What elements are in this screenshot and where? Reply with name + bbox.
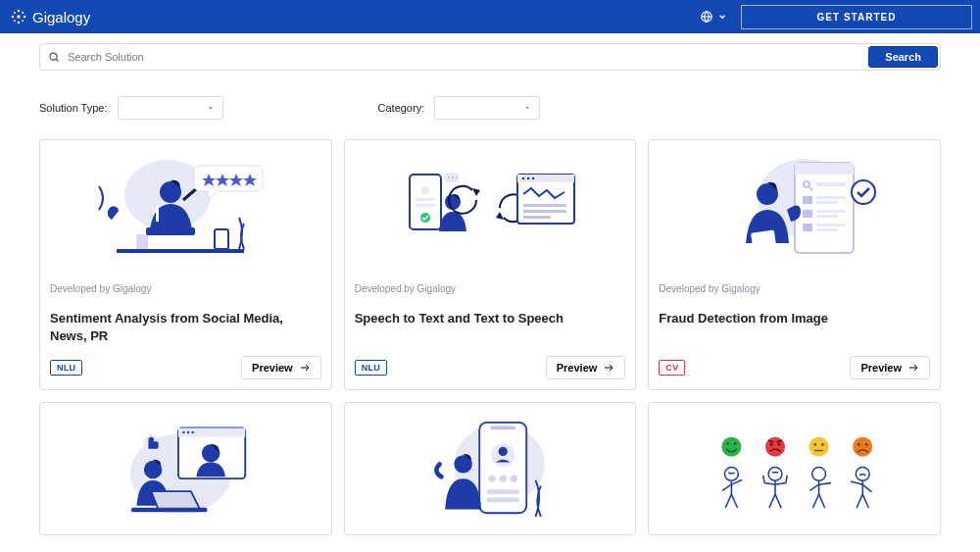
- card-illustration-emotion-faces: [649, 403, 940, 534]
- search-icon: [40, 44, 68, 70]
- svg-rect-15: [215, 229, 228, 249]
- brand[interactable]: Gigalogy: [10, 8, 90, 25]
- solutions-grid: Developed by Gigalogy Sentiment Analysis…: [0, 120, 980, 535]
- card-developer: Developed by Gigalogy: [50, 283, 321, 294]
- solution-card[interactable]: [39, 402, 332, 535]
- svg-point-0: [17, 15, 20, 18]
- svg-point-57: [852, 180, 875, 204]
- svg-point-66: [192, 431, 194, 433]
- svg-point-90: [808, 437, 828, 457]
- caret-down-icon: [207, 104, 215, 112]
- svg-rect-53: [816, 215, 838, 218]
- svg-point-37: [532, 177, 535, 180]
- svg-point-94: [853, 437, 872, 457]
- solution-card[interactable]: [648, 402, 941, 535]
- category-label: Category:: [378, 102, 425, 114]
- svg-rect-38: [523, 204, 566, 207]
- svg-rect-73: [490, 427, 515, 430]
- svg-point-7: [14, 20, 16, 22]
- svg-point-28: [452, 176, 454, 178]
- svg-point-3: [12, 16, 14, 18]
- card-illustration-speech: [345, 140, 636, 279]
- svg-point-91: [813, 443, 816, 446]
- card-title: Fraud Detection from Image: [659, 310, 930, 343]
- svg-rect-54: [803, 224, 812, 231]
- svg-rect-79: [486, 489, 518, 494]
- chevron-down-icon: [717, 12, 727, 22]
- preview-button[interactable]: Preview: [241, 356, 321, 379]
- svg-point-86: [769, 443, 772, 446]
- solution-card[interactable]: [344, 402, 637, 535]
- card-illustration-profile-app: [345, 403, 636, 534]
- svg-point-65: [187, 431, 189, 433]
- svg-point-77: [499, 475, 506, 481]
- svg-point-87: [777, 443, 780, 446]
- card-developer: Developed by Gigalogy: [355, 283, 626, 294]
- svg-rect-51: [803, 210, 812, 218]
- svg-point-10: [50, 53, 57, 60]
- svg-point-2: [18, 22, 20, 24]
- card-title: Speech to Text and Text to Speech: [355, 310, 626, 343]
- get-started-button[interactable]: GET STARTED: [741, 5, 972, 29]
- solution-type-label: Solution Type:: [39, 102, 108, 114]
- svg-rect-44: [795, 163, 854, 175]
- category-select[interactable]: [434, 96, 540, 120]
- svg-point-29: [456, 176, 458, 178]
- solution-card[interactable]: Developed by Gigalogy Fraud Detection fr…: [648, 139, 941, 390]
- search-button[interactable]: Search: [868, 46, 938, 68]
- svg-point-92: [821, 443, 824, 446]
- solution-card[interactable]: Developed by Gigalogy Speech to Text and…: [344, 139, 637, 390]
- preview-button[interactable]: Preview: [546, 356, 626, 379]
- language-selector[interactable]: [700, 10, 727, 24]
- svg-point-85: [765, 437, 785, 457]
- card-illustration-fraud: [649, 140, 940, 279]
- arrow-right-icon: [299, 362, 311, 374]
- svg-point-100: [811, 467, 825, 480]
- search-container: Search: [0, 33, 980, 71]
- svg-rect-40: [523, 216, 551, 219]
- svg-point-4: [24, 16, 25, 18]
- svg-rect-43: [795, 163, 854, 253]
- svg-rect-70: [131, 508, 208, 513]
- svg-rect-39: [523, 210, 566, 213]
- svg-point-8: [22, 20, 24, 22]
- solution-card[interactable]: Developed by Gigalogy Sentiment Analysis…: [39, 139, 332, 390]
- globe-icon: [700, 10, 713, 24]
- card-illustration-video-call: [40, 403, 331, 534]
- card-badge: NLU: [50, 360, 82, 376]
- svg-rect-18: [156, 206, 159, 222]
- svg-point-82: [721, 437, 741, 457]
- solution-type-select[interactable]: [118, 96, 223, 120]
- svg-point-1: [18, 10, 20, 12]
- svg-rect-47: [816, 182, 846, 186]
- svg-rect-59: [751, 229, 776, 248]
- svg-point-96: [864, 443, 867, 446]
- svg-point-64: [182, 431, 184, 433]
- svg-marker-31: [472, 188, 480, 196]
- card-illustration-sentiment: [40, 140, 331, 279]
- svg-rect-23: [416, 198, 435, 201]
- svg-point-98: [768, 467, 782, 480]
- svg-rect-24: [416, 204, 435, 207]
- svg-point-36: [527, 177, 530, 180]
- svg-rect-52: [816, 210, 846, 213]
- arrow-right-icon: [907, 362, 919, 374]
- svg-point-6: [22, 12, 24, 14]
- svg-point-83: [726, 442, 729, 445]
- svg-point-27: [448, 176, 450, 178]
- brand-logo-icon: [10, 8, 27, 25]
- svg-point-84: [734, 442, 737, 445]
- brand-name: Gigalogy: [32, 9, 90, 25]
- svg-rect-56: [816, 228, 838, 231]
- preview-button[interactable]: Preview: [850, 356, 930, 379]
- card-badge: CV: [659, 360, 685, 376]
- filters-row: Solution Type: Category:: [0, 71, 980, 120]
- svg-marker-32: [496, 212, 504, 220]
- arrow-right-icon: [603, 362, 614, 374]
- card-badge: NLU: [355, 360, 387, 376]
- search-input[interactable]: [68, 44, 866, 70]
- svg-point-22: [421, 186, 429, 194]
- svg-point-5: [14, 12, 16, 14]
- svg-rect-17: [146, 227, 195, 235]
- svg-rect-50: [816, 201, 838, 204]
